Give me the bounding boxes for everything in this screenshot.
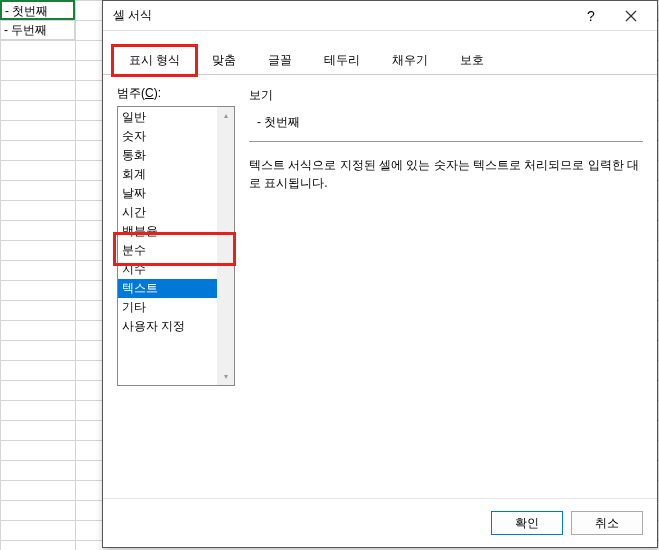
- dialog-titlebar: 셀 서식 ?: [103, 1, 657, 31]
- tab-number-format[interactable]: 표시 형식: [113, 46, 196, 75]
- dialog-body: 범주(C): 일반 숫자 통화 회계 날짜 시간 백분율 분수 지수 텍스트 기…: [103, 75, 657, 396]
- ok-button[interactable]: 확인: [491, 511, 563, 535]
- preview-label: 보기: [249, 87, 643, 104]
- category-listbox[interactable]: 일반 숫자 통화 회계 날짜 시간 백분율 분수 지수 텍스트 기타 사용자 지…: [117, 106, 235, 386]
- tab-fill[interactable]: 채우기: [376, 46, 444, 75]
- preview-column: 보기 - 첫번째 텍스트 서식으로 지정된 셀에 있는 숫자는 텍스트로 처리되…: [249, 85, 643, 386]
- dialog-footer: 확인 취소: [103, 498, 657, 547]
- tab-border[interactable]: 테두리: [308, 46, 376, 75]
- tab-alignment[interactable]: 맞춤: [196, 46, 252, 75]
- tab-protection[interactable]: 보호: [444, 46, 500, 75]
- cell-a2[interactable]: - 두번째: [0, 20, 75, 40]
- help-button[interactable]: ?: [571, 2, 611, 30]
- format-description: 텍스트 서식으로 지정된 셀에 있는 숫자는 텍스트로 처리되므로 입력한 대로…: [249, 156, 643, 192]
- category-column: 범주(C): 일반 숫자 통화 회계 날짜 시간 백분율 분수 지수 텍스트 기…: [117, 85, 235, 386]
- tab-strip: 표시 형식 맞춤 글꼴 테두리 채우기 보호: [103, 31, 657, 75]
- scroll-up-icon[interactable]: ▴: [217, 107, 234, 124]
- cancel-button[interactable]: 취소: [571, 511, 643, 535]
- tab-font[interactable]: 글꼴: [252, 46, 308, 75]
- dialog-title: 셀 서식: [113, 7, 571, 24]
- cell-a1[interactable]: - 첫번째: [0, 0, 75, 20]
- listbox-scrollbar[interactable]: ▴ ▾: [217, 107, 234, 385]
- scroll-track[interactable]: [217, 124, 234, 368]
- category-label: 범주(C):: [117, 85, 235, 102]
- preview-value: - 첫번째: [249, 108, 643, 142]
- scroll-down-icon[interactable]: ▾: [217, 368, 234, 385]
- close-icon: [625, 10, 637, 22]
- format-cells-dialog: 셀 서식 ? 표시 형식 맞춤 글꼴 테두리 채우기 보호 범주(C): 일반 …: [102, 0, 658, 548]
- close-button[interactable]: [611, 2, 651, 30]
